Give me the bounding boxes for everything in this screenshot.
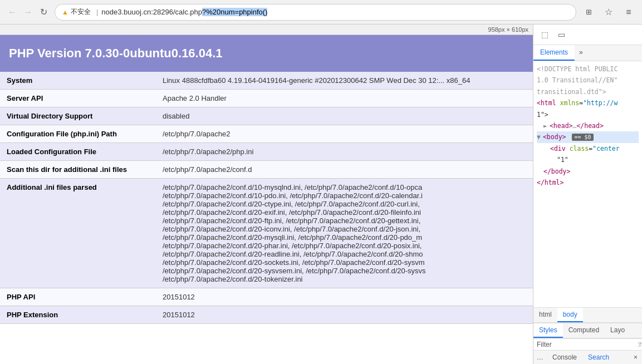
row-label: Scan this dir for additional .ini files xyxy=(0,161,156,179)
html-line: 1"> xyxy=(537,109,639,120)
line-content: <body> == $0 xyxy=(543,132,594,142)
row-label: System xyxy=(0,72,156,90)
devtools-style-tabs: Styles Computed Layo xyxy=(533,323,642,338)
html-html-close-line: </html> xyxy=(537,177,639,188)
devtools-html-tree: <!DOCTYPE html PUBLIC 1.0 Transitional//… xyxy=(533,61,642,307)
html-body-line[interactable]: ▼ <body> == $0 xyxy=(537,131,639,142)
html-text-line: "1" xyxy=(537,154,639,165)
forward-button[interactable]: → xyxy=(21,6,35,19)
filter-label: Filter xyxy=(537,341,552,348)
browser-chrome: ← → ↻ ▲ 不安全 | node3.buuoj.cn:28296/calc.… xyxy=(0,0,642,24)
filter-input[interactable] xyxy=(554,341,638,348)
row-value: 20151012 xyxy=(156,306,533,324)
row-label: Additional .ini files parsed xyxy=(0,179,156,288)
filter-hint: :ho xyxy=(638,341,642,348)
more-tabs-button[interactable]: » xyxy=(575,45,587,61)
inspect-element-button[interactable]: ⬚ xyxy=(538,28,551,41)
profile-button[interactable]: ⊞ xyxy=(581,4,596,20)
row-label: Virtual Directory Support xyxy=(0,107,156,125)
tab-search[interactable]: Search xyxy=(582,351,615,364)
table-row: Configuration File (php.ini) Path/etc/ph… xyxy=(0,125,533,143)
back-button[interactable]: ← xyxy=(6,6,19,19)
tab-console[interactable]: Console xyxy=(547,351,582,364)
page-content: 958px × 610px PHP Version 7.0.30-0ubuntu… xyxy=(0,24,533,364)
line-arrow: ► xyxy=(543,121,547,131)
address-url-prefix: node3.buuoj.cn:28296/calc.php xyxy=(101,8,202,16)
line-content: </html> xyxy=(537,178,563,188)
security-warning-text: 不安全 xyxy=(71,7,91,17)
line-content: transitional.dtd"> xyxy=(537,87,606,97)
row-value: Linux 4888cfdfba60 4.19.164-0419164-gene… xyxy=(156,72,533,90)
php-version-header: PHP Version 7.0.30-0ubuntu0.16.04.1 xyxy=(0,35,533,72)
html-line: <!DOCTYPE html PUBLIC xyxy=(537,63,639,75)
row-label: PHP API xyxy=(0,288,156,306)
customize-button[interactable]: ≡ xyxy=(621,4,636,20)
breadcrumb-body[interactable]: body xyxy=(557,308,583,322)
html-line: 1.0 Transitional//EN" xyxy=(537,75,639,86)
close-footer-button[interactable]: × xyxy=(629,351,642,364)
row-label: Server API xyxy=(0,90,156,107)
security-warning-icon: ▲ xyxy=(62,8,68,16)
address-url-highlight: ?%20num=phpinfo() xyxy=(202,8,267,16)
row-value: /etc/php/7.0/apache2/conf.d xyxy=(156,161,533,179)
table-row: Additional .ini files parsed/etc/php/7.0… xyxy=(0,179,533,288)
line-arrow: ▼ xyxy=(537,132,541,142)
filter-bar: Filter :ho xyxy=(533,338,642,350)
devtools-toolbar: ⬚ ▭ xyxy=(533,24,642,45)
devtools-footer-tabs: … Console Search × xyxy=(533,350,642,364)
bookmark-button[interactable]: ☆ xyxy=(601,4,616,20)
tab-computed[interactable]: Computed xyxy=(563,323,605,338)
devtools-breadcrumb-tabs: html body xyxy=(533,307,642,323)
dimension-bar: 958px × 610px xyxy=(0,24,533,35)
row-label: PHP Extension xyxy=(0,306,156,324)
address-bar[interactable]: ▲ 不安全 | node3.buuoj.cn:28296/calc.php?%2… xyxy=(55,4,576,21)
table-row: PHP API20151012 xyxy=(0,288,533,306)
row-label: Loaded Configuration File xyxy=(0,143,156,161)
line-content: 1"> xyxy=(537,110,548,120)
table-row: PHP Extension20151012 xyxy=(0,306,533,324)
table-row: Loaded Configuration File/etc/php/7.0/ap… xyxy=(0,143,533,161)
row-value: /etc/php/7.0/apache2 xyxy=(156,125,533,143)
line-content: 1.0 Transitional//EN" xyxy=(537,75,618,85)
devtools-top-tabs: Elements » xyxy=(533,45,642,61)
html-line: transitional.dtd"> xyxy=(537,86,639,97)
refresh-button[interactable]: ↻ xyxy=(37,6,50,19)
html-head-line[interactable]: ► <head>…</head> xyxy=(537,120,639,131)
html-line: <html xmlns="http://w xyxy=(537,97,639,109)
html-body-close-line: </body> xyxy=(537,166,639,177)
row-value: /etc/php/7.0/apache2/php.ini xyxy=(156,143,533,161)
row-label: Configuration File (php.ini) Path xyxy=(0,125,156,143)
table-row: SystemLinux 4888cfdfba60 4.19.164-041916… xyxy=(0,72,533,90)
tab-styles[interactable]: Styles xyxy=(533,323,563,338)
device-emulation-button[interactable]: ▭ xyxy=(555,28,568,41)
row-value: disabled xyxy=(156,107,533,125)
address-separator: | xyxy=(96,8,98,16)
breadcrumb-html[interactable]: html xyxy=(533,308,557,322)
row-value: 20151012 xyxy=(156,288,533,306)
line-content: "1" xyxy=(557,155,569,165)
line-content: <!DOCTYPE html PUBLIC xyxy=(537,64,618,74)
ellipsis-icon: … xyxy=(533,351,547,364)
nav-buttons: ← → ↻ xyxy=(6,6,50,19)
main-area: 958px × 610px PHP Version 7.0.30-0ubuntu… xyxy=(0,24,642,364)
devtools-panel: ⬚ ▭ Elements » <!DOCTYPE html PUBLIC 1.0… xyxy=(533,24,642,364)
row-value: Apache 2.0 Handler xyxy=(156,90,533,107)
line-content: </body> xyxy=(543,166,570,176)
line-content: <head>…</head> xyxy=(550,121,604,131)
php-info-table: SystemLinux 4888cfdfba60 4.19.164-041916… xyxy=(0,72,533,324)
line-content: <html xmlns="http://w xyxy=(537,98,618,108)
table-row: Server APIApache 2.0 Handler xyxy=(0,90,533,107)
html-div-line[interactable]: <div class="center xyxy=(537,143,639,154)
line-content: <div class="center xyxy=(550,144,620,154)
row-value: /etc/php/7.0/apache2/conf.d/10-mysqlnd.i… xyxy=(156,179,533,288)
tab-elements[interactable]: Elements xyxy=(533,45,575,61)
table-row: Virtual Directory Supportdisabled xyxy=(0,107,533,125)
table-row: Scan this dir for additional .ini files/… xyxy=(0,161,533,179)
tab-layout[interactable]: Layo xyxy=(605,323,630,338)
